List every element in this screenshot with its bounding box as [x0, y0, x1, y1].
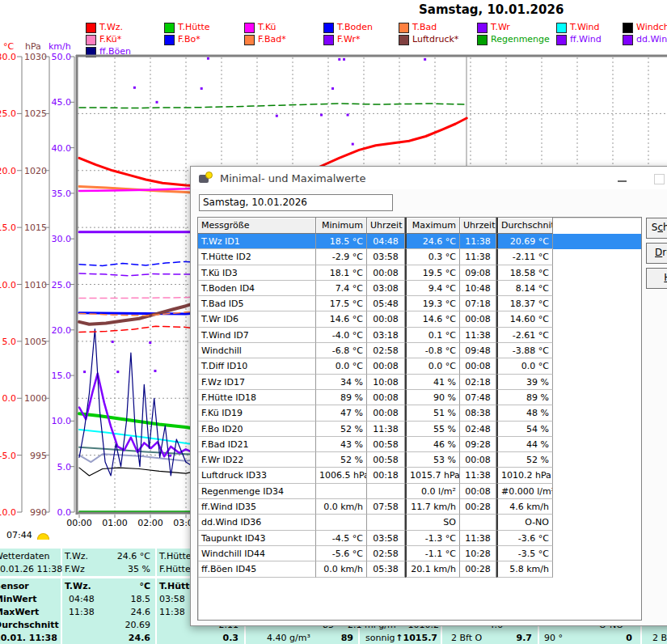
wind-direction-dot	[424, 58, 426, 61]
table-cell: T.Wr ID6	[198, 311, 316, 327]
panel-divider	[155, 549, 157, 576]
table-cell: 52 %	[316, 422, 367, 437]
table-row[interactable]: Luftdruck ID331006.5 hPa00:181015.7 hPa1…	[198, 468, 641, 483]
table-row[interactable]: F.Bo ID2052 %11:3855 %02:4854 %	[198, 422, 641, 437]
wind-direction-dot	[338, 58, 340, 61]
panel-cell: ↑1015.7	[395, 633, 437, 643]
panel-cell: 24.6 °C	[117, 551, 150, 561]
table-cell: 14.60 °C	[496, 311, 553, 327]
table-row[interactable]: Windchill-6.8 °C02:58-0.8 °C09:48-3.88 °…	[198, 343, 641, 358]
column-header-uhrzeit[interactable]: Uhrzeit	[367, 218, 405, 234]
table-row[interactable]: T.Boden ID47.4 °C03:089.4 °C10:488.14 °C	[198, 281, 641, 296]
wind-direction-dot	[207, 57, 209, 60]
panel-cell: 9.7	[517, 633, 533, 643]
table-cell: 41 %	[405, 375, 460, 390]
table-cell: F.Wz ID17	[198, 375, 316, 390]
wind-direction-dot	[320, 114, 323, 117]
table-row[interactable]: F.Bad ID2143 %00:5846 %09:2844 %	[198, 437, 641, 452]
table-body: T.Wz ID118.5 °C04:4824.6 °C11:3820.69 °C…	[198, 234, 641, 578]
table-cell: 03:18	[367, 328, 405, 343]
column-header-durchschnitt[interactable]: Durchschnitt	[496, 218, 553, 234]
table-cell: 00:08	[367, 390, 405, 405]
table-row[interactable]: Windchill ID44-5.6 °C02:58-1.1 °C10:28-3…	[198, 546, 641, 561]
table-row[interactable]: T.Wr ID614.6 °C00:0814.6 °C00:0814.60 °C	[198, 311, 641, 327]
table-cell: 53 %	[405, 452, 460, 468]
table-cell: 0.0 °C	[496, 358, 553, 374]
table-cell: ff.Wind ID35	[198, 499, 316, 515]
table-cell: 00:08	[460, 358, 496, 374]
table-cell: Regenmenge ID34	[198, 484, 316, 499]
table-row[interactable]: Taupunkt ID43-4.5 °C03:58-1.3 °C11:38-3.…	[198, 531, 641, 546]
button-drucken[interactable]: Drucken	[646, 243, 667, 264]
table-cell: 18.37 °C	[496, 296, 553, 311]
table-cell: 09:08	[460, 265, 496, 281]
table-cell: 00:08	[367, 311, 405, 327]
table-row[interactable]: T.Wz ID118.5 °C04:4824.6 °C11:3820.69 °C	[198, 234, 641, 249]
maximize-icon[interactable]	[654, 174, 665, 184]
table-row[interactable]: T.Wind ID7-4.0 °C03:180.1 °C11:38-2.61 °…	[198, 328, 641, 343]
table-cell	[367, 515, 405, 530]
table-cell: 4.6 km/h	[496, 499, 553, 515]
table-cell	[367, 484, 405, 499]
table-row[interactable]: ff.Wind ID350.0 km/h07:5811.7 km/h00:284…	[198, 499, 641, 515]
table-cell: T.Wz ID1	[198, 234, 316, 249]
table-cell: #0.000 l/m²	[496, 484, 553, 499]
panel-cell: 24.6	[131, 607, 151, 617]
table-cell: 90 %	[405, 390, 460, 405]
wind-direction-dot	[155, 101, 158, 104]
table-cell: 00:08	[367, 358, 405, 374]
table-cell: 04:48	[367, 234, 405, 249]
table-cell: Windchill ID44	[198, 546, 316, 561]
table-cell: 55 %	[405, 422, 460, 437]
table-cell: 18.58 °C	[496, 265, 553, 281]
wind-direction-dot	[352, 143, 354, 146]
table-cell: 07:18	[460, 296, 496, 311]
dialog-titlebar[interactable]: Minimal- und Maximalwerte	[191, 167, 667, 189]
column-header-minimum[interactable]: Minimum	[316, 218, 367, 234]
table-cell: 14.6 °C	[405, 311, 460, 327]
table-cell: 02:58	[367, 546, 405, 561]
panel-cell: °C	[139, 581, 150, 591]
table-cell: 11:38	[460, 468, 496, 483]
table-cell: 11:38	[460, 531, 496, 546]
wind-direction-dot	[201, 87, 203, 90]
table-cell	[316, 515, 367, 530]
table-cell: 1006.5 hPa	[316, 468, 367, 483]
table-row[interactable]: ff.Böen ID450.0 km/h05:3820.1 km/h00:285…	[198, 561, 641, 577]
table-row[interactable]: F.Wz ID1734 %10:0841 %02:1839 %	[198, 375, 641, 390]
table-cell: 00:58	[367, 452, 405, 468]
table-row[interactable]: T.Diff ID100.0 °C00:080.0 °C00:080.0 °C	[198, 358, 641, 374]
panel-cell: T.Wz.	[65, 581, 91, 591]
table-cell: 00:28	[460, 499, 496, 515]
table-row[interactable]: F.Kü ID1947 %00:0851 %08:3848 %	[198, 405, 641, 421]
table-cell: 00:58	[367, 437, 405, 452]
table-cell: SO	[405, 515, 460, 530]
column-header-messgröße[interactable]: Messgröße	[198, 218, 316, 234]
table-cell: 07:48	[460, 390, 496, 405]
date-field[interactable]: Samstag, 10.01.2026	[199, 194, 393, 211]
button-schließen[interactable]: Schließen	[646, 218, 667, 239]
table-cell: 0.1 °C	[405, 328, 460, 343]
panel-cell: MinWert	[0, 594, 36, 604]
table-row[interactable]: Regenmenge ID340.0 l/m²00:08#0.000 l/m²	[198, 484, 641, 499]
table-row[interactable]: dd.Wind ID36SOO-NO	[198, 515, 641, 530]
minmax-table: MessgrößeMinimumUhrzeitMaximumUhrzeitDur…	[197, 217, 642, 621]
button-hilfe[interactable]: Hilfe	[646, 268, 667, 289]
minimize-icon[interactable]	[618, 180, 627, 182]
table-cell: 07:58	[367, 499, 405, 515]
table-row[interactable]: F.Wr ID2252 %00:5853 %00:0852 %	[198, 452, 641, 468]
table-row[interactable]: T.Kü ID318.1 °C00:0819.5 °C09:0818.58 °C	[198, 265, 641, 281]
wind-direction-dot	[347, 114, 349, 117]
table-row[interactable]: T.Bad ID517.5 °C05:4819.3 °C07:1818.37 °…	[198, 296, 641, 311]
table-cell: F.Kü ID19	[198, 405, 316, 421]
column-header-maximum[interactable]: Maximum	[405, 218, 460, 234]
table-cell: 20.1 km/h	[405, 561, 460, 577]
table-row[interactable]: F.Hütte ID1889 %00:0890 %07:4889 %	[198, 390, 641, 405]
table-row[interactable]: T.Hütte ID2-2.9 °C03:580.3 °C11:38-2.11 …	[198, 249, 641, 265]
table-cell: T.Bad ID5	[198, 296, 316, 311]
table-cell: 52 %	[316, 452, 367, 468]
panel-cell: Sensor	[0, 581, 29, 591]
table-cell: -1.3 °C	[405, 531, 460, 546]
column-header-uhrzeit[interactable]: Uhrzeit	[460, 218, 496, 234]
table-header-row[interactable]: MessgrößeMinimumUhrzeitMaximumUhrzeitDur…	[198, 218, 641, 234]
